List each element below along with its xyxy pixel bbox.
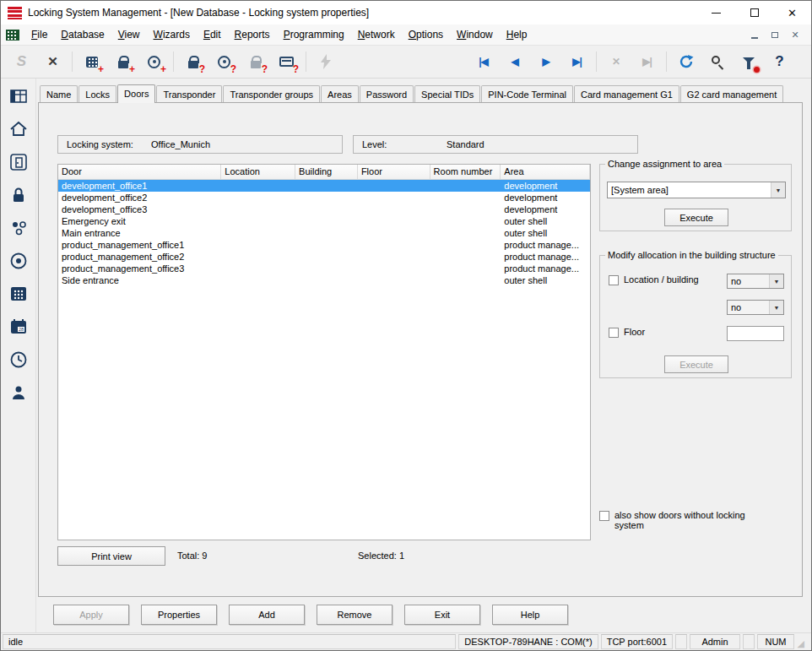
add-transponder-button[interactable]: + bbox=[138, 48, 170, 75]
menu-database[interactable]: Database bbox=[54, 25, 111, 44]
level-label: Level: bbox=[362, 139, 447, 149]
sidebar-item-locks[interactable] bbox=[7, 184, 30, 206]
location-dropdown[interactable]: no ▼ bbox=[727, 274, 784, 289]
system-area-dropdown[interactable]: [System area] ▼ bbox=[607, 182, 786, 198]
menu-view[interactable]: View bbox=[111, 25, 147, 44]
table-row[interactable]: Emergency exit outer shell bbox=[58, 215, 590, 227]
area-execute-button[interactable]: Execute bbox=[664, 209, 728, 226]
tab-transponder[interactable]: Transponder bbox=[156, 85, 222, 102]
menu-help[interactable]: Help bbox=[500, 25, 534, 44]
mdi-minimize-button[interactable] bbox=[749, 29, 761, 41]
tab-locks[interactable]: Locks bbox=[78, 85, 116, 102]
tab-doors[interactable]: Doors bbox=[117, 84, 155, 103]
menu-window[interactable]: Window bbox=[450, 25, 500, 44]
menu-options[interactable]: Options bbox=[402, 25, 450, 44]
column-header-room-number[interactable]: Room number bbox=[430, 165, 501, 179]
table-row[interactable]: development_office3 development bbox=[58, 203, 590, 215]
read-card-button[interactable]: ? bbox=[271, 48, 302, 75]
sidebar-item-time-zones[interactable] bbox=[7, 349, 30, 371]
remove-button[interactable]: Remove bbox=[317, 605, 392, 625]
tab-areas[interactable]: Areas bbox=[321, 85, 359, 102]
add-lock-button[interactable]: + bbox=[107, 48, 138, 75]
table-row[interactable]: product_management_office1 product manag… bbox=[58, 239, 590, 251]
sidebar-item-persons[interactable] bbox=[7, 382, 30, 404]
search-button[interactable] bbox=[701, 48, 733, 75]
tab-pincode-terminal[interactable]: PIN-Code Terminal bbox=[481, 85, 573, 102]
sidebar-item-home[interactable] bbox=[7, 118, 30, 140]
nav-first-icon: |◀ bbox=[479, 56, 488, 68]
cell-building bbox=[295, 251, 358, 263]
tab-card-management-g1[interactable]: Card management G1 bbox=[574, 85, 679, 102]
tab-name[interactable]: Name bbox=[40, 85, 78, 102]
menu-reports[interactable]: Reports bbox=[228, 25, 277, 44]
location-building-checkbox[interactable]: Location / building bbox=[609, 274, 727, 285]
menu-edit[interactable]: Edit bbox=[197, 25, 228, 44]
help-button[interactable]: ? bbox=[764, 48, 795, 75]
chevron-down-icon: ▼ bbox=[771, 182, 785, 198]
sidebar-item-matrix[interactable] bbox=[7, 85, 30, 107]
sidebar-item-calendar[interactable]: 28 bbox=[7, 316, 30, 338]
tab-g2-card-management[interactable]: G2 card management bbox=[680, 85, 783, 102]
help-button-bottom[interactable]: Help bbox=[492, 605, 568, 625]
add-pincode-keypad-button[interactable]: + bbox=[76, 48, 107, 75]
menu-programming[interactable]: Programming bbox=[277, 25, 351, 44]
table-row[interactable]: product_management_office2 product manag… bbox=[58, 251, 590, 263]
apply-button[interactable]: Apply bbox=[53, 605, 129, 625]
sidebar-item-transponders[interactable] bbox=[7, 250, 30, 272]
table-row[interactable]: development_office2 development bbox=[58, 192, 590, 203]
column-header-building[interactable]: Building bbox=[295, 165, 358, 179]
nav-skip-button[interactable]: ▶| bbox=[631, 48, 663, 75]
tab-password[interactable]: Password bbox=[360, 85, 414, 102]
program-button[interactable] bbox=[310, 48, 341, 75]
refresh-button[interactable] bbox=[670, 48, 701, 75]
allocation-execute-button[interactable]: Execute bbox=[664, 355, 728, 373]
nav-next-button[interactable]: ▶ bbox=[530, 48, 561, 75]
table-row[interactable]: development_office1 development bbox=[58, 180, 590, 192]
properties-button[interactable]: Properties bbox=[141, 605, 217, 625]
column-header-floor[interactable]: Floor bbox=[358, 165, 430, 179]
mdi-child-icon[interactable] bbox=[6, 30, 19, 41]
close-button[interactable]: ✕ bbox=[773, 1, 811, 24]
building-dropdown[interactable]: no ▼ bbox=[727, 300, 784, 315]
locking-system-field: Locking system: Office_Munich bbox=[57, 135, 343, 154]
tab-transponder-groups[interactable]: Transponder groups bbox=[223, 85, 320, 102]
nav-cancel-button[interactable]: ✕ bbox=[600, 48, 631, 75]
sidebar-item-transponder-groups[interactable] bbox=[7, 217, 30, 239]
sidebar-item-pincode-keypad[interactable] bbox=[7, 283, 30, 305]
nav-first-button[interactable]: |◀ bbox=[468, 48, 499, 75]
nav-last-button[interactable]: ▶| bbox=[561, 48, 593, 75]
mdi-close-button[interactable]: ✕ bbox=[789, 29, 801, 41]
read-lock-button[interactable]: ? bbox=[177, 48, 208, 75]
read-lock-offline-button[interactable]: ? bbox=[240, 48, 271, 75]
minimize-button[interactable] bbox=[697, 1, 735, 24]
menu-file[interactable]: File bbox=[24, 25, 54, 44]
table-row[interactable]: product_management_office3 product manag… bbox=[58, 263, 590, 274]
maximize-button[interactable] bbox=[735, 1, 773, 24]
checkbox-icon[interactable] bbox=[609, 275, 619, 285]
column-header-door[interactable]: Door bbox=[58, 165, 221, 179]
show-doors-without-system-checkbox[interactable]: also show doors without locking system bbox=[599, 510, 777, 530]
menu-network[interactable]: Network bbox=[351, 25, 402, 44]
add-button[interactable]: Add bbox=[229, 605, 305, 625]
checkbox-icon[interactable] bbox=[609, 328, 619, 338]
tab-special-tids[interactable]: Special TIDs bbox=[414, 85, 480, 102]
exit-button[interactable]: Exit bbox=[404, 605, 480, 625]
resize-grip-icon[interactable]: ◢ bbox=[797, 634, 809, 649]
checkbox-icon[interactable] bbox=[599, 511, 609, 521]
floor-input[interactable] bbox=[727, 326, 784, 341]
cell-door: product_management_office2 bbox=[58, 251, 221, 263]
filter-settings-button[interactable] bbox=[733, 48, 764, 75]
table-row[interactable]: Side entrance outer shell bbox=[58, 274, 590, 286]
sync-button[interactable]: S bbox=[6, 48, 37, 75]
disconnect-button[interactable]: ✕ bbox=[37, 48, 68, 75]
menu-wizards[interactable]: Wizards bbox=[147, 25, 197, 44]
column-header-area[interactable]: Area bbox=[501, 165, 590, 179]
read-transponder-button[interactable]: ? bbox=[208, 48, 240, 75]
table-row[interactable]: Main entrance outer shell bbox=[58, 227, 590, 239]
nav-prev-button[interactable]: ◀ bbox=[499, 48, 530, 75]
print-view-button[interactable]: Print view bbox=[57, 546, 165, 566]
floor-checkbox[interactable]: Floor bbox=[609, 327, 710, 338]
mdi-restore-button[interactable] bbox=[769, 29, 781, 41]
sidebar-item-doors[interactable] bbox=[7, 151, 30, 173]
column-header-location[interactable]: Location bbox=[221, 165, 295, 179]
